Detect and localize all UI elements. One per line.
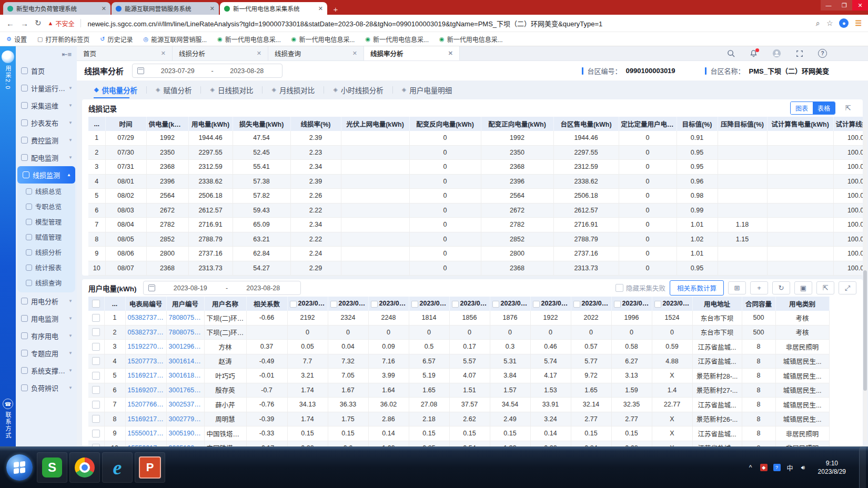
sidebar-subitem-线损查询[interactable]: 线损查询 xyxy=(17,275,75,290)
row-checkbox[interactable] xyxy=(88,441,104,446)
user-avatar[interactable] xyxy=(772,49,781,58)
table-row[interactable]: 615169207263001765643殷存英-0.71.741.671.64… xyxy=(88,383,829,398)
sidebar-subitem-线损分析[interactable]: 线损分析 xyxy=(17,245,75,260)
minimize-button[interactable]: — xyxy=(821,0,836,11)
date-column-header[interactable]: 2023/08/21 xyxy=(368,297,409,311)
meter-no-link[interactable]: 1519227031 xyxy=(125,340,166,354)
sidebar-subitem-线损总览[interactable]: 线损总览 xyxy=(17,184,75,199)
sidebar-item-采集运维[interactable]: 采集运维▼ xyxy=(16,97,77,114)
sidebar-item-首页[interactable]: 首页 xyxy=(16,62,77,79)
user-no-link[interactable]: 3002537717 xyxy=(166,398,204,412)
taskbar-ie[interactable]: e xyxy=(102,452,133,483)
zoom-search-icon[interactable]: ⌕ xyxy=(816,19,820,28)
chart-view-button[interactable]: 图表 xyxy=(791,102,813,114)
taskbar-chrome[interactable] xyxy=(69,452,100,483)
table-row[interactable]: 608/0326722612.5759.432.22026722612.5700… xyxy=(88,203,863,218)
meter-no-link[interactable]: 1520777315 xyxy=(125,354,166,369)
meter-no-link[interactable]: 0538273778 xyxy=(125,311,166,325)
tab-close-icon[interactable]: ✕ xyxy=(102,5,106,12)
row-checkbox[interactable] xyxy=(88,354,104,369)
sidebar-item-有序用电[interactable]: 有序用电▼ xyxy=(16,327,77,344)
date-start[interactable]: 2023-07-29 xyxy=(147,67,208,75)
tab-close-icon[interactable]: ✕ xyxy=(352,50,357,57)
table-row[interactable]: 315192270313001296227方林0.370.050.040.090… xyxy=(88,340,829,354)
bookmark-item[interactable]: ◉新一代用电信息采... xyxy=(439,35,503,44)
meter-no-link[interactable]: 0538273778 xyxy=(125,325,166,340)
address-input[interactable]: neweic.js.sgcc.com.cn/#/llm/line/LineRat… xyxy=(87,18,810,28)
table-row[interactable]: 808/0528522788.7963.212.22028522788.7901… xyxy=(88,232,863,247)
sidebar-collapse-icon[interactable]: ⇤≡ xyxy=(62,50,72,58)
tray-ime-icon[interactable]: 中 xyxy=(786,463,794,472)
user-date-end[interactable]: 2023-08-28 xyxy=(231,284,295,292)
hide-failed-checkbox[interactable]: 隐藏采集失败 xyxy=(615,283,665,293)
export-table-icon[interactable]: ⇱ xyxy=(816,281,834,294)
show-desktop-button[interactable] xyxy=(859,447,866,488)
date-column-header[interactable]: 2023/08/19 xyxy=(287,297,328,311)
bookmark-item[interactable]: ↺历史记录 xyxy=(100,35,133,44)
meter-no-link[interactable]: 1516921776 xyxy=(125,412,166,426)
taskbar-wps[interactable]: S xyxy=(37,452,67,483)
row-checkbox[interactable] xyxy=(88,398,104,412)
sidebar-subitem-统计报表[interactable]: 统计报表 xyxy=(17,260,75,275)
export-icon[interactable]: ⇱ xyxy=(840,102,856,114)
date-end[interactable]: 2023-08-28 xyxy=(217,67,277,75)
date-column-header[interactable]: 2023/08/22 xyxy=(409,297,449,311)
close-button[interactable]: ✕ xyxy=(852,0,868,11)
table-view-button[interactable]: 表格 xyxy=(813,102,835,114)
table-row[interactable]: 908/0628002737.1662.842.24028002737.1601… xyxy=(88,247,863,261)
profile-icon[interactable]: ● xyxy=(839,18,849,28)
user-date-start[interactable]: 2023-08-19 xyxy=(158,284,223,292)
sidebar-subitem-专职总览[interactable]: 专职总览 xyxy=(17,199,75,214)
tab-close-icon[interactable]: ✕ xyxy=(161,50,166,57)
vertical-scrollbar[interactable] xyxy=(863,125,867,441)
table-row[interactable]: 515169217863001618089叶巧巧-0.013.217.053.9… xyxy=(88,369,829,383)
table-row[interactable]: 107/2919921944.4647.542.39019921944.4600… xyxy=(88,131,863,145)
user-no-link[interactable]: 7808075272 xyxy=(166,325,204,340)
maximize-button[interactable]: ❐ xyxy=(836,0,852,11)
user-no-link[interactable]: 3001765643 xyxy=(166,383,204,398)
sidebar-item-抄表发布[interactable]: 抄表发布▼ xyxy=(16,114,77,131)
security-warning[interactable]: ▲不安全 xyxy=(48,19,75,28)
sidebar-item-用电监测[interactable]: 用电监测▼ xyxy=(16,310,77,327)
user-no-link[interactable]: 3001296227 xyxy=(166,340,204,354)
table-row[interactable]: 708/0427822716.9165.092.34027822716.9101… xyxy=(88,218,863,232)
subtab-日线损对比[interactable]: ◈日线损对比 xyxy=(201,81,262,98)
bookmark-item[interactable]: ◎能源互联网营销服... xyxy=(144,35,207,44)
taskbar-powerpoint[interactable]: P xyxy=(135,452,165,483)
browser-tab[interactable]: 能源互联网营销服务系统✕ xyxy=(112,2,219,15)
browser-tab[interactable]: 新型电力负荷管理系统✕ xyxy=(3,2,110,15)
subtab-赋值分析[interactable]: ◈赋值分析 xyxy=(147,81,200,98)
row-checkbox[interactable] xyxy=(88,325,104,340)
table-row[interactable]: 205382737787808075272下坝(二)环美变0000000000东… xyxy=(88,325,829,340)
search-icon[interactable] xyxy=(727,49,735,57)
user-no-link[interactable]: 3001614743 xyxy=(166,354,204,369)
table-row[interactable]: 1015550017013005190947中国铁塔股份有...-0.170.2… xyxy=(88,441,829,446)
subtab-用户电量明细[interactable]: ◈用户电量明细 xyxy=(393,81,461,98)
table-row[interactable]: 915550017003005190946中国铁塔股份有...-0.330.15… xyxy=(88,426,829,441)
tab-close-icon[interactable]: ✕ xyxy=(257,50,261,57)
sidebar-item-配电监测[interactable]: 配电监测▼ xyxy=(16,149,77,166)
sidebar-item-用电分析[interactable]: 用电分析▼ xyxy=(16,292,77,310)
save-icon[interactable]: ▣ xyxy=(794,281,812,294)
new-tab-button[interactable]: + xyxy=(328,3,343,15)
sidebar-subitem-赋值管理[interactable]: 赋值管理 xyxy=(17,229,75,245)
table-row[interactable]: 715207766093002537717薛小芹-0.7634.1336.333… xyxy=(88,398,829,412)
table-row[interactable]: 508/0225642506.1857.822.26025642506.1800… xyxy=(88,189,863,204)
date-column-header[interactable]: 2023/08/23 xyxy=(449,297,490,311)
date-column-header[interactable]: 2023/08/20 xyxy=(328,297,368,311)
meter-no-link[interactable]: 1516921786 xyxy=(125,369,166,383)
column-settings-icon[interactable]: ⊞ xyxy=(728,281,746,294)
sidebar-item-计量运行监测[interactable]: 计量运行监测▼ xyxy=(16,79,77,97)
table-row[interactable]: 1008/0723682313.7354.272.29023682313.730… xyxy=(88,261,863,276)
bookmark-item[interactable]: ◉新一代用电信息采... xyxy=(365,35,429,44)
fullscreen-table-icon[interactable]: ⤢ xyxy=(839,281,856,294)
date-column-header[interactable]: 2023/08/28 xyxy=(652,297,692,311)
fullscreen-icon[interactable] xyxy=(796,50,803,57)
workspace-tab-线损查询[interactable]: 线损查询✕ xyxy=(268,46,364,60)
row-checkbox[interactable] xyxy=(88,369,104,383)
row-checkbox[interactable] xyxy=(88,340,104,354)
forward-icon[interactable]: → xyxy=(21,19,28,28)
subtab-供电量分析[interactable]: ◈供电量分析 xyxy=(85,81,146,98)
subtab-小时线损分析[interactable]: ◈小时线损分析 xyxy=(324,81,392,98)
notifications-bell-icon[interactable] xyxy=(750,49,758,57)
